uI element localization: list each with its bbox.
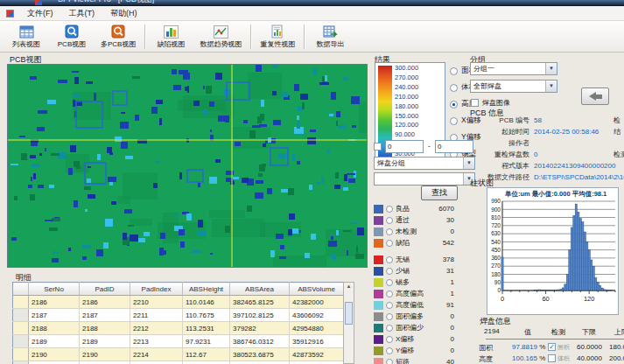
svg-text:270: 270 xyxy=(491,262,501,269)
radio-icon[interactable] xyxy=(386,290,393,298)
legend-row-面积偏少[interactable]: 面积偏少0 xyxy=(374,322,454,333)
legend-color-swatch xyxy=(374,267,383,276)
legend-count: 30 xyxy=(446,216,454,224)
table-row[interactable]: 218821882212113.253137928242954880 xyxy=(13,322,344,335)
range-from-input[interactable] xyxy=(385,140,424,153)
radio-icon[interactable] xyxy=(386,336,393,343)
pad-image-checkbox[interactable] xyxy=(471,99,479,107)
table-row[interactable]: 219021902214112.67380523.687542873592 xyxy=(13,348,344,361)
column-header-PadIndex[interactable]: PadIndex xyxy=(130,283,183,296)
group-combo-1[interactable]: 分组一 ▼ xyxy=(470,62,557,75)
chevron-down-icon[interactable]: ▼ xyxy=(545,63,557,74)
toolbar-button-label: 多PCB视图 xyxy=(101,39,136,49)
sub-group-combo[interactable]: ▼ xyxy=(374,172,475,186)
data-trend-view-icon xyxy=(213,24,228,38)
row-header[interactable] xyxy=(13,361,29,364)
table-row[interactable]: 218721872211110.7675397102.812543606092 xyxy=(13,309,344,322)
radio-icon[interactable] xyxy=(386,325,393,332)
radio-icon[interactable] xyxy=(386,359,393,364)
legend-row-Y偏移[interactable]: Y偏移0 xyxy=(374,345,454,356)
column-header-PadID[interactable]: PadID xyxy=(80,283,130,296)
pad-image-checkbox-row[interactable]: 焊盘图像 xyxy=(471,98,510,108)
legend-label: X偏移 xyxy=(396,334,414,344)
legend-row-通过[interactable]: 通过30 xyxy=(374,214,454,226)
radio-icon[interactable] xyxy=(450,101,458,108)
table-row[interactable]: 218621862210110.0146382465.812542382000 xyxy=(13,296,344,309)
pad-metric-check[interactable]: 体积 xyxy=(548,354,570,363)
table-cell: 2188 xyxy=(29,322,80,335)
radio-icon[interactable] xyxy=(386,217,393,224)
radio-icon[interactable] xyxy=(386,302,393,309)
table-cell: 385721.1875 xyxy=(230,361,290,364)
table-row[interactable]: 21912191221599.0945385721.187536240948 xyxy=(13,361,344,364)
svg-text:0: 0 xyxy=(501,295,504,303)
column-header-ABSArea[interactable]: ABSArea xyxy=(230,283,290,296)
legend-label: 通过 xyxy=(396,215,410,225)
pad-metric-check[interactable]: ✓面积 xyxy=(548,343,570,352)
toolbar-button-defect-view[interactable]: 缺陷视图 xyxy=(148,23,193,51)
legend-row-X偏移[interactable]: X偏移0 xyxy=(374,333,454,345)
legend-row-无锡[interactable]: 无锡378 xyxy=(374,254,454,265)
range-to-input[interactable] xyxy=(435,140,473,153)
previous-pcb-button[interactable] xyxy=(581,88,609,105)
legend-row-缺陷[interactable]: 缺陷542 xyxy=(374,237,454,248)
table-cell: 36240948 xyxy=(290,361,344,364)
radio-icon[interactable] xyxy=(450,84,458,92)
column-header-ABSHeight[interactable]: ABSHeight xyxy=(183,283,230,296)
table-cell: 2191 xyxy=(80,361,130,364)
group-combo-2[interactable]: 全部焊盘 ▼ xyxy=(470,80,557,93)
row-header[interactable] xyxy=(13,309,29,322)
table-row[interactable]: 21892189221397.9231386746.031235912916 xyxy=(13,335,344,348)
row-header[interactable] xyxy=(13,322,29,335)
radio-icon[interactable] xyxy=(386,256,393,263)
legend-row-高度偏高[interactable]: 高度偏高1 xyxy=(374,288,454,299)
pad-group-combo[interactable]: 焊盘分组 ▼ xyxy=(374,157,475,170)
detail-table-scrollbar[interactable]: ▲ xyxy=(343,282,354,364)
range-separator: - xyxy=(428,142,431,150)
legend-row-锡多[interactable]: 锡多1 xyxy=(374,276,454,288)
find-button[interactable]: 查找 xyxy=(421,186,458,200)
detail-table[interactable]: SerNoPadIDPadIndexABSHeightABSAreaABSVol… xyxy=(12,282,344,364)
toolbar-button-list-view[interactable]: 列表视图 xyxy=(4,23,49,51)
legend-row-高度偏低[interactable]: 高度偏低91 xyxy=(374,299,454,311)
radio-icon[interactable] xyxy=(450,67,458,75)
table-cell: 35912916 xyxy=(290,335,344,348)
row-header[interactable] xyxy=(13,296,29,309)
chevron-down-icon[interactable]: ▼ xyxy=(545,80,557,92)
legend-row-少锡[interactable]: 少锡31 xyxy=(374,265,454,276)
column-header-SerNo[interactable]: SerNo xyxy=(29,283,80,296)
radio-icon[interactable] xyxy=(386,313,393,320)
toolbar-button-data-export[interactable]: 数据导出 xyxy=(307,23,353,51)
toolbar-button-multi-pcb-view[interactable]: 多PCB视图 xyxy=(95,23,142,51)
legend-row-良品[interactable]: 良品6070 xyxy=(374,203,454,214)
menu-help[interactable]: 帮助(H) xyxy=(102,6,145,21)
pad-info-divider xyxy=(486,339,624,340)
toolbar-button-repeatability-view[interactable]: 重复性视图 xyxy=(254,23,301,51)
legend-color-swatch xyxy=(374,335,383,344)
row-header[interactable] xyxy=(13,335,29,348)
scrollbar-thumb[interactable] xyxy=(345,302,353,325)
radio-icon[interactable] xyxy=(386,268,393,275)
radio-icon[interactable] xyxy=(386,347,393,354)
legend-row-短路[interactable]: 短路40 xyxy=(374,356,454,364)
legend-row-面积偏多[interactable]: 面积偏多0 xyxy=(374,311,454,322)
range-filter-checkbox[interactable] xyxy=(374,143,382,150)
pcb-info-label: 程式版本 xyxy=(470,161,529,171)
menu-tools[interactable]: 工具(T) xyxy=(61,6,103,21)
column-header-ABSVolume[interactable]: ABSVolume xyxy=(290,283,344,296)
radio-icon[interactable] xyxy=(386,228,393,235)
radio-icon[interactable] xyxy=(386,279,393,286)
pcb-board-view[interactable] xyxy=(7,64,368,268)
legend-row-未检测[interactable]: 未检测0 xyxy=(374,226,454,237)
radio-icon[interactable] xyxy=(386,206,393,213)
toolbar-button-data-trend-view[interactable]: 数据趋势视图 xyxy=(193,23,248,51)
toolbar-button-pcb-view[interactable]: PCB视图 xyxy=(49,23,95,51)
row-header[interactable] xyxy=(13,348,29,361)
pad-metric-value: 97.8819 % xyxy=(512,343,545,351)
menu-file[interactable]: 文件(F) xyxy=(19,6,61,21)
radio-icon[interactable] xyxy=(386,240,393,247)
scale-tick-label: 150.000 xyxy=(395,112,418,120)
radio-icon[interactable] xyxy=(450,117,458,125)
legend-label: 少锡 xyxy=(396,266,410,276)
legend-count: 542 xyxy=(443,239,454,247)
